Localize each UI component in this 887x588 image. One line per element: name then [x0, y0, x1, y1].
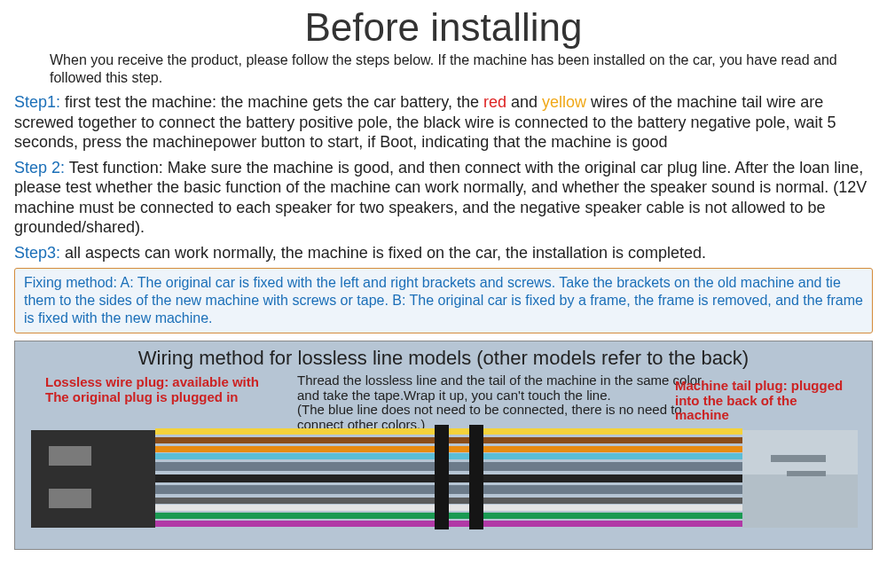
step1-label: Step1:	[14, 93, 60, 111]
mid-instruction-line2: (The blue line does not need to be conne…	[297, 402, 682, 432]
step2-label: Step 2:	[14, 159, 65, 176]
step3-label: Step3:	[14, 244, 60, 262]
step3-text: all aspects can work normally, the machi…	[60, 244, 706, 262]
mid-instruction-line1: Thread the lossless line and the tail of…	[297, 372, 704, 403]
step1-pre: first test the machine: the machine gets…	[60, 93, 483, 111]
right-plug-label: Machine tail plug: plugged into the back…	[675, 379, 852, 423]
connector-shade	[742, 430, 858, 474]
step1-yellow-word: yellow	[542, 93, 586, 111]
wiring-panel-title: Wiring method for lossless line models (…	[15, 347, 872, 370]
mid-instruction: Thread the lossless line and the tail of…	[297, 373, 714, 432]
right-connector-icon	[742, 430, 858, 528]
tape-wrap-icon	[469, 425, 483, 529]
wiring-diagram: Lossless wire plug: available with The o…	[15, 373, 872, 542]
connector-pin	[787, 471, 826, 476]
left-connector-icon	[31, 430, 155, 528]
step-1: Step1: first test the machine: the machi…	[14, 92, 873, 153]
connector-hole	[49, 446, 91, 466]
connector-pin	[771, 455, 826, 462]
step1-red-word: red	[483, 93, 506, 111]
tape-wrap-icon	[435, 425, 449, 529]
document-page: Before installing When you receive the p…	[0, 5, 887, 588]
wiring-panel: Wiring method for lossless line models (…	[14, 341, 873, 550]
step1-and: and	[506, 93, 542, 111]
step2-text: Test function: Make sure the machine is …	[14, 159, 867, 237]
connector-hole	[49, 489, 91, 508]
fixing-method-box: Fixing method: A: The original car is fi…	[14, 268, 873, 333]
page-title: Before installing	[0, 5, 887, 50]
step-2: Step 2: Test function: Make sure the mac…	[14, 158, 873, 238]
left-plug-label: Lossless wire plug: available with The o…	[45, 375, 276, 404]
intro-text: When you receive the product, please fol…	[50, 51, 852, 87]
step-3: Step3: all aspects can work normally, th…	[14, 243, 873, 263]
